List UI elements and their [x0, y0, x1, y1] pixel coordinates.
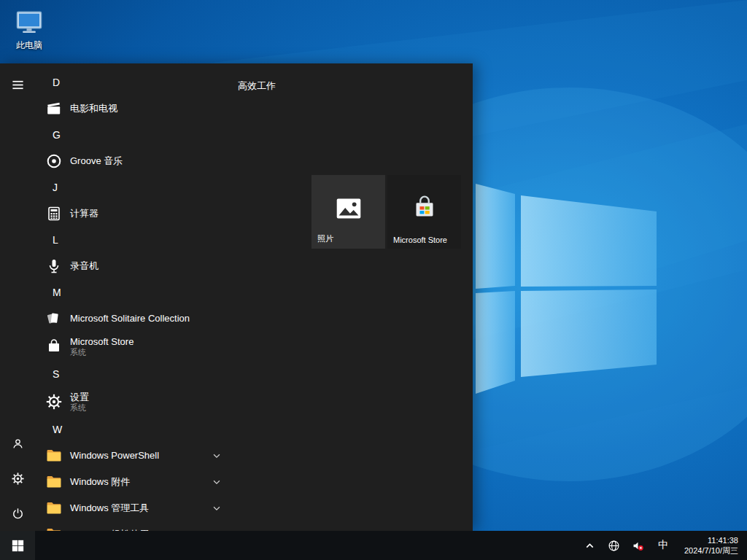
app-item-row[interactable]: 计算器 [35, 201, 236, 227]
taskbar: 中 11:41:38 2024/7/10/周三 [0, 531, 747, 560]
folder-icon [45, 473, 63, 491]
desktop-icon-this-pc[interactable]: 此电脑 [6, 7, 53, 52]
app-item-row[interactable]: 设置系统 [35, 387, 236, 416]
groove-icon [45, 152, 63, 170]
app-item-row[interactable]: Groove 音乐 [35, 148, 236, 174]
clock-time: 11:41:38 [684, 535, 738, 545]
app-text: 计算器 [70, 208, 98, 219]
letter-label: W [53, 424, 62, 435]
app-label: Microsoft Store [70, 336, 133, 348]
app-label: Microsoft Solitaire Collection [70, 313, 190, 324]
this-pc-icon [14, 7, 44, 38]
app-sublabel: 系统 [70, 348, 133, 357]
app-letter-header[interactable]: J [35, 174, 236, 201]
folder-icon [45, 447, 63, 464]
app-text: Windows 管理工具 [70, 502, 149, 514]
letter-label: G [53, 129, 61, 141]
app-folder-row[interactable]: Windows 附件 [35, 469, 236, 495]
folder-icon [45, 526, 63, 531]
app-letter-header[interactable]: G [35, 122, 236, 148]
app-label: Groove 音乐 [70, 155, 123, 167]
app-item-row[interactable]: Microsoft Store系统 [35, 332, 236, 361]
start-app-list: D电影和电视GGroove 音乐J计算器L录音机MMicrosoft Solit… [35, 63, 236, 531]
user-icon [11, 437, 25, 451]
power-button[interactable] [0, 496, 35, 531]
clock-date: 2024/7/10/周三 [684, 545, 738, 556]
app-letter-header[interactable]: W [35, 416, 236, 443]
expand-menu-button[interactable] [0, 67, 35, 102]
network-button[interactable] [606, 531, 621, 560]
store-tile-icon [408, 192, 441, 225]
app-folder-row[interactable]: Windows 管理工具 [35, 495, 236, 521]
letter-label: J [53, 182, 58, 193]
tile-group: 照片Microsoft Store [236, 63, 473, 531]
chevron-up-icon [584, 540, 596, 552]
volume-button[interactable] [630, 531, 645, 560]
app-letter-header[interactable]: D [35, 69, 236, 96]
movies-tv-icon [45, 100, 63, 117]
letter-label: L [53, 234, 58, 246]
letter-label: M [53, 287, 61, 298]
taskbar-clock[interactable]: 11:41:38 2024/7/10/周三 [681, 535, 738, 556]
photos-tile-icon [332, 192, 365, 225]
user-button[interactable] [0, 426, 35, 461]
app-folder-row[interactable]: Windows PowerShell [35, 443, 236, 469]
desktop-icon-label: 此电脑 [16, 39, 42, 52]
network-icon [608, 540, 620, 552]
voice-recorder-icon [45, 257, 63, 275]
tiles-area: 高效工作 照片Microsoft Store [236, 63, 473, 531]
app-label: 设置 [70, 392, 89, 403]
desktop-screen: 此电脑 D电影和电视GGroove 音乐J计算器L录音机MMicrosoft S… [0, 0, 747, 560]
app-label: Windows PowerShell [70, 450, 159, 462]
app-text: 录音机 [70, 260, 98, 272]
start-rail [0, 63, 35, 531]
system-tray: 中 11:41:38 2024/7/10/周三 [582, 531, 747, 560]
gear-icon [45, 393, 63, 411]
app-text: Windows PowerShell [70, 450, 159, 462]
chevron-down-icon[interactable] [212, 451, 222, 461]
gear-icon [11, 472, 25, 486]
folder-icon [45, 499, 63, 517]
tile-label: 照片 [317, 233, 333, 244]
letter-label: S [53, 368, 59, 380]
start-menu: D电影和电视GGroove 音乐J计算器L录音机MMicrosoft Solit… [0, 63, 473, 531]
app-label: Windows 附件 [70, 476, 130, 488]
app-letter-header[interactable]: M [35, 279, 236, 306]
power-icon [11, 507, 25, 521]
app-item-row[interactable]: Microsoft Solitaire Collection [35, 306, 236, 332]
chevron-down-icon[interactable] [212, 503, 222, 513]
app-label: Windows 管理工具 [70, 502, 149, 514]
app-letter-header[interactable]: L [35, 227, 236, 253]
solitaire-icon [45, 310, 63, 327]
app-label: 计算器 [70, 208, 98, 219]
letter-label: D [53, 77, 60, 88]
chevron-down-icon[interactable] [212, 477, 222, 487]
tile-store[interactable]: Microsoft Store [387, 175, 461, 249]
app-label: 电影和电视 [70, 103, 117, 114]
tile-label: Microsoft Store [393, 236, 447, 244]
store-bag-icon [45, 338, 63, 355]
start-button[interactable] [0, 531, 35, 560]
app-label: 录音机 [70, 260, 98, 272]
app-text: Windows 附件 [70, 476, 130, 488]
tray-expand-button[interactable] [582, 531, 597, 560]
ime-indicator[interactable]: 中 [654, 539, 672, 552]
app-sublabel: 系统 [70, 403, 89, 413]
windows-logo-icon [12, 540, 24, 552]
settings-button[interactable] [0, 461, 35, 496]
app-text: Microsoft Solitaire Collection [70, 313, 190, 324]
app-item-row[interactable]: 录音机 [35, 253, 236, 279]
hamburger-icon [11, 78, 25, 92]
app-folder-row[interactable]: Windows 轻松使用 [35, 521, 236, 531]
app-text: Microsoft Store系统 [70, 336, 133, 357]
app-text: 电影和电视 [70, 103, 117, 114]
calculator-icon [45, 205, 63, 222]
app-text: 设置系统 [70, 392, 89, 413]
tile-photos[interactable]: 照片 [311, 175, 385, 249]
volume-muted-icon [632, 540, 644, 552]
app-item-row[interactable]: 电影和电视 [35, 96, 236, 122]
app-text: Groove 音乐 [70, 155, 123, 167]
app-letter-header[interactable]: S [35, 361, 236, 387]
